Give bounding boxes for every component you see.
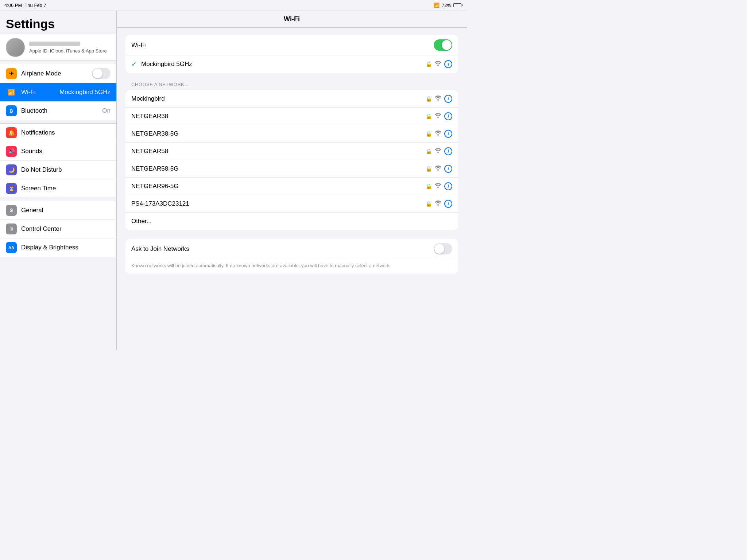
checkmark-icon: ✓ [131, 60, 137, 68]
network-info-icon[interactable]: i [444, 200, 452, 208]
ask-to-join-card: Ask to Join Networks Known networks will… [125, 239, 458, 274]
choose-network-section-label: CHOOSE A NETWORK... [125, 82, 458, 90]
settings-group-system: ⚙ General ⊞ Control Center AA Display & … [0, 201, 116, 257]
network-row-other[interactable]: Other... [125, 213, 458, 230]
lock-icon: 🔒 [426, 166, 432, 172]
network-name: NETGEAR96-5G [131, 183, 423, 190]
airplane-icon: ✈ [6, 68, 17, 79]
content-body: Wi-Fi ✓ Mockingbird 5GHz 🔒 [117, 28, 467, 284]
sidebar-item-screentime[interactable]: ⏳ Screen Time [0, 179, 116, 198]
network-info-icon[interactable]: i [444, 95, 452, 103]
lock-icon: 🔒 [426, 148, 432, 154]
sounds-icon: 🔊 [6, 146, 17, 157]
status-icons: 📶 72% [434, 3, 462, 8]
network-row[interactable]: Mockingbird 🔒 i [125, 90, 458, 108]
network-name: Mockingbird [131, 95, 423, 102]
sidebar-item-general[interactable]: ⚙ General [0, 201, 116, 220]
general-label: General [21, 207, 111, 214]
svg-point-1 [437, 99, 439, 101]
connected-network-icons: 🔒 i [426, 60, 452, 68]
network-row[interactable]: NETGEAR96-5G 🔒 i [125, 178, 458, 195]
lock-icon: 🔒 [426, 96, 432, 102]
sidebar-title: Settings [0, 11, 116, 34]
account-subtitle: Apple ID, iCloud, iTunes & App Store [29, 48, 107, 54]
avatar [6, 38, 25, 57]
wifi-toggle-label: Wi-Fi [131, 42, 431, 49]
wifi-signal-icon [435, 131, 441, 137]
network-name: PS4-173A3DC23121 [131, 200, 423, 207]
svg-point-4 [437, 152, 439, 153]
sidebar: Settings Apple ID, iCloud, iTunes & App … [0, 11, 117, 350]
settings-group-alerts: 🔔 Notifications 🔊 Sounds 🌙 Do Not Distur… [0, 123, 116, 198]
svg-point-0 [437, 65, 439, 66]
network-row[interactable]: NETGEAR38-5G 🔒 i [125, 125, 458, 143]
airplane-toggle[interactable] [92, 68, 111, 79]
network-info-icon[interactable]: i [444, 165, 452, 173]
content-title: Wi-Fi [117, 11, 467, 28]
bluetooth-icon: B [6, 105, 17, 116]
network-name: NETGEAR38-5G [131, 130, 423, 137]
airplane-label: Airplane Mode [21, 70, 88, 77]
displaybrightness-label: Display & Brightness [21, 244, 111, 251]
lock-icon: 🔒 [426, 183, 432, 189]
network-name: NETGEAR38 [131, 113, 423, 120]
ask-to-join-toggle[interactable] [434, 243, 452, 254]
screentime-label: Screen Time [21, 185, 111, 192]
network-info-icon[interactable]: i [444, 112, 452, 120]
wifi-signal-icon [435, 61, 441, 67]
network-row[interactable]: NETGEAR38 🔒 i [125, 108, 458, 125]
network-info-icon[interactable]: i [444, 147, 452, 155]
account-name-blurred [29, 42, 80, 46]
screentime-icon: ⏳ [6, 183, 17, 194]
controlcenter-label: Control Center [21, 225, 111, 233]
sidebar-item-controlcenter[interactable]: ⊞ Control Center [0, 220, 116, 238]
connected-network-row[interactable]: ✓ Mockingbird 5GHz 🔒 i [125, 55, 458, 73]
sidebar-item-airplane[interactable]: ✈ Airplane Mode [0, 64, 116, 83]
wifi-signal-icon [435, 113, 441, 120]
donotdisturb-label: Do Not Disturb [21, 166, 111, 174]
bluetooth-value: On [102, 107, 111, 114]
network-name: NETGEAR58 [131, 148, 423, 155]
ask-to-join-label: Ask to Join Networks [131, 245, 434, 253]
wifi-toggle-row[interactable]: Wi-Fi [125, 35, 458, 55]
ask-to-join-description: Known networks will be joined automatica… [125, 259, 458, 274]
sidebar-item-sounds[interactable]: 🔊 Sounds [0, 142, 116, 161]
ask-to-join-row[interactable]: Ask to Join Networks [125, 239, 458, 259]
sidebar-item-bluetooth[interactable]: B Bluetooth On [0, 102, 116, 120]
connected-network-info-icon[interactable]: i [444, 60, 452, 68]
battery-percentage: 72% [442, 3, 451, 8]
wifi-signal-icon [435, 96, 441, 102]
sidebar-item-notifications[interactable]: 🔔 Notifications [0, 124, 116, 142]
wifi-signal-icon [435, 183, 441, 190]
svg-point-2 [437, 117, 439, 118]
settings-group-connectivity: ✈ Airplane Mode 📶 Wi-Fi Mockingbird 5GHz… [0, 64, 116, 120]
network-info-icon[interactable]: i [444, 130, 452, 138]
status-time: 4:06 PM Thu Feb 7 [4, 3, 46, 8]
sidebar-item-wifi[interactable]: 📶 Wi-Fi Mockingbird 5GHz [0, 83, 116, 102]
connected-network-name: Mockingbird 5GHz [141, 61, 423, 68]
content-panel: Wi-Fi Wi-Fi ✓ Mockingbird 5GHz 🔒 [117, 11, 467, 350]
bluetooth-label: Bluetooth [21, 107, 98, 114]
network-row[interactable]: PS4-173A3DC23121 🔒 i [125, 195, 458, 213]
svg-point-5 [437, 169, 439, 171]
wifi-label: Wi-Fi [21, 89, 55, 96]
account-info: Apple ID, iCloud, iTunes & App Store [29, 42, 107, 54]
network-name: NETGEAR58-5G [131, 165, 423, 172]
network-list-card: Mockingbird 🔒 i NETGEAR38 🔒 [125, 90, 458, 230]
general-icon: ⚙ [6, 205, 17, 216]
battery-icon [453, 3, 462, 7]
svg-point-6 [437, 187, 439, 188]
sounds-label: Sounds [21, 148, 111, 155]
sidebar-item-donotdisturb[interactable]: 🌙 Do Not Disturb [0, 161, 116, 179]
account-row[interactable]: Apple ID, iCloud, iTunes & App Store [0, 34, 116, 61]
sidebar-item-displaybrightness[interactable]: AA Display & Brightness [0, 238, 116, 257]
status-bar: 4:06 PM Thu Feb 7 📶 72% [0, 0, 467, 11]
network-info-icon[interactable]: i [444, 182, 452, 190]
wifi-toggle-card: Wi-Fi ✓ Mockingbird 5GHz 🔒 [125, 35, 458, 73]
network-row[interactable]: NETGEAR58-5G 🔒 i [125, 160, 458, 178]
wifi-main-toggle[interactable] [434, 39, 452, 51]
wifi-row-icon: 📶 [6, 87, 17, 98]
svg-point-3 [437, 134, 439, 136]
network-row[interactable]: NETGEAR58 🔒 i [125, 143, 458, 160]
wifi-signal-icon [435, 201, 441, 207]
